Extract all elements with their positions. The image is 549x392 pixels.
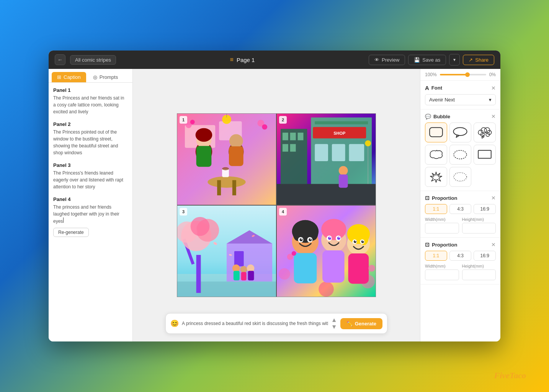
proportion-1-width-input[interactable] (425, 223, 459, 234)
bubble-close-icon[interactable]: ✕ (491, 113, 496, 119)
font-section: A Font ✕ Avenir Next ▾ (420, 81, 500, 109)
generate-button[interactable]: ✏️ Generate (340, 318, 382, 329)
tab-caption[interactable]: ⊞ Caption (52, 72, 86, 82)
proportion-1-4-3[interactable]: 4:3 (449, 204, 472, 214)
proportion-2-width-field: Width(mm) (425, 264, 459, 280)
comic-panel-4[interactable]: 4 (277, 206, 376, 297)
proportion-1-16-9[interactable]: 16:9 (474, 204, 496, 214)
prompt-bar: 😊 ▲ ▼ ✏️ Generate (165, 313, 387, 334)
sidebar-tabs: ⊞ Caption ◎ Prompts (49, 69, 132, 83)
bubble-speech-oval[interactable] (449, 122, 472, 142)
share-button[interactable]: ↗ Share (463, 55, 494, 65)
comic-panel-3[interactable]: 3 (177, 206, 276, 297)
bubble-oval-dashed[interactable] (449, 145, 472, 165)
proportion-1-close-icon[interactable]: ✕ (491, 195, 496, 201)
zoom-slider[interactable] (440, 74, 486, 75)
hamburger-icon: ≡ (230, 56, 234, 63)
zoom-thumb[interactable] (465, 72, 470, 77)
regenerate-button[interactable]: Re-generate (53, 228, 89, 237)
share-icon: ↗ (469, 57, 473, 63)
panel-1-title: Panel 1 (53, 87, 128, 93)
proportion-1-title: ⊡ Proportion (425, 195, 457, 201)
proportion-1-1-1[interactable]: 1:1 (425, 204, 447, 214)
font-select-dropdown[interactable]: Avenir Next ▾ (425, 94, 496, 105)
arrow-controls[interactable]: ▲ ▼ (331, 317, 337, 330)
svg-rect-15 (229, 146, 243, 166)
svg-rect-27 (283, 144, 288, 152)
tab-prompts[interactable]: ◎ Prompts (88, 72, 123, 82)
bubble-oval-dotted[interactable] (449, 167, 472, 187)
proportion-2-1-1[interactable]: 1:1 (425, 251, 447, 261)
panel-3-item: Panel 3 The Princess's friends leaned ea… (53, 162, 128, 190)
proportion-1-height-label: Height(mm) (462, 217, 496, 222)
proportion-2-dimensions: Width(mm) Height(mm) (425, 264, 496, 280)
svg-point-84 (329, 237, 330, 238)
app-header: ← All comic stripes ≡ Page 1 👁 Preview 💾… (49, 51, 500, 69)
bubble-icon: 💬 (425, 114, 431, 119)
panel-1-desc: The Princess and her friends sat in a co… (53, 95, 128, 115)
svg-point-14 (229, 134, 243, 148)
sidebar-content: Panel 1 The Princess and her friends sat… (49, 83, 132, 341)
bubble-rounded-rect[interactable] (425, 122, 447, 142)
panel-2-number: 2 (279, 116, 287, 124)
proportion-2-close-icon[interactable]: ✕ (491, 242, 496, 248)
proportion-2-title: ⊡ Proportion (425, 242, 457, 248)
svg-rect-34 (332, 144, 345, 161)
bubble-plain-rect[interactable] (474, 145, 496, 165)
bubble-grid (425, 122, 496, 187)
svg-rect-5 (217, 180, 221, 196)
svg-rect-99 (430, 127, 443, 137)
svg-rect-11 (196, 146, 212, 167)
svg-point-78 (321, 219, 346, 240)
proportion-2-4-3[interactable]: 4:3 (449, 251, 472, 261)
proportion-1-height-field: Height(mm) (462, 217, 496, 234)
svg-rect-47 (196, 255, 201, 293)
comic-panel-1[interactable]: 1 (177, 114, 276, 205)
zoom-end-label: 0% (489, 72, 496, 77)
proportion-2-height-input[interactable] (462, 270, 496, 280)
panel-1-number: 1 (180, 116, 187, 124)
svg-rect-6 (232, 180, 236, 196)
comic-panel-2[interactable]: 2 (277, 114, 376, 205)
proportion-2-width-label: Width(mm) (425, 264, 459, 268)
back-button[interactable]: ← (55, 54, 65, 65)
comic-grid: 1 (177, 113, 376, 297)
proportion-2-height-field: Height(mm) (462, 264, 496, 280)
svg-rect-35 (349, 144, 364, 161)
svg-rect-38 (339, 175, 348, 188)
save-dropdown-button[interactable]: ▾ (449, 54, 460, 65)
bubble-section-header: 💬 Bubble ✕ (425, 113, 496, 119)
proportion-2-16-9[interactable]: 16:9 (474, 251, 496, 261)
svg-point-112 (454, 173, 467, 181)
svg-text:SHOP: SHOP (333, 131, 345, 136)
svg-rect-30 (315, 121, 368, 124)
chevron-down-icon: ▾ (489, 97, 492, 103)
bubble-star-burst[interactable] (425, 167, 447, 187)
svg-point-19 (262, 124, 267, 130)
preview-icon: 👁 (374, 57, 379, 63)
svg-rect-58 (248, 271, 254, 281)
bubble-thought-cloud[interactable] (474, 122, 496, 142)
svg-point-52 (191, 217, 210, 236)
proportion-2-width-input[interactable] (425, 270, 459, 280)
canvas-area: 1 (133, 69, 420, 341)
svg-rect-25 (290, 133, 296, 140)
font-section-title: A Font (425, 85, 442, 91)
svg-rect-111 (478, 150, 491, 158)
panel-3-desc: The Princess's friends leaned eagerly ov… (53, 170, 128, 190)
bubble-rough-cloud[interactable] (425, 145, 447, 165)
svg-point-57 (247, 265, 255, 272)
font-close-icon[interactable]: ✕ (491, 85, 496, 91)
breadcrumb-button[interactable]: All comic stripes (70, 55, 116, 65)
header-actions: 👁 Preview 💾 Save as ▾ ↗ Share (369, 54, 494, 65)
prompt-input[interactable] (182, 321, 328, 326)
preview-button[interactable]: 👁 Preview (369, 55, 405, 65)
save-as-button[interactable]: 💾 Save as (408, 55, 446, 65)
proportion-1-width-field: Width(mm) (425, 217, 459, 234)
page-title-label: Page 1 (237, 57, 255, 63)
svg-point-100 (454, 127, 467, 136)
proportion-1-height-input[interactable] (462, 223, 496, 234)
svg-point-76 (310, 238, 311, 240)
proportion-2-icon: ⊡ (425, 242, 430, 248)
svg-marker-101 (456, 135, 459, 137)
